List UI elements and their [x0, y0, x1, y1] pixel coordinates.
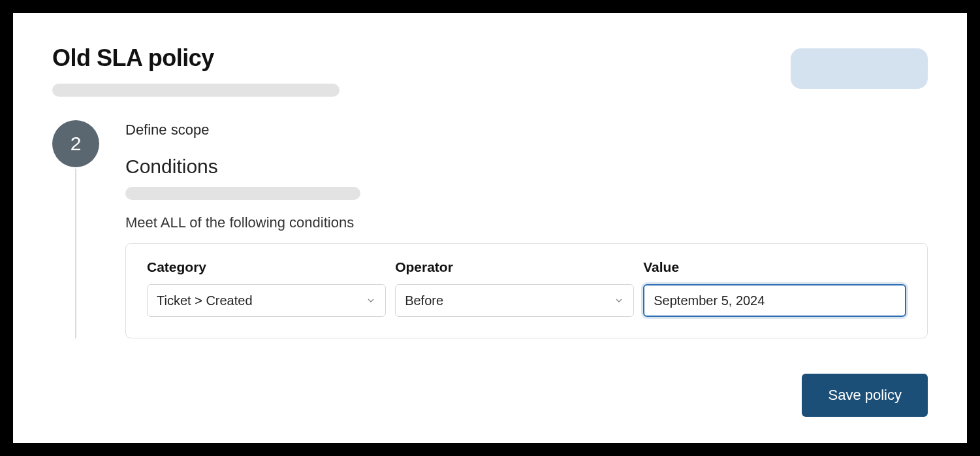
category-header: Category [147, 259, 386, 275]
step-section: 2 Define scope Conditions Meet ALL of th… [52, 120, 928, 361]
page-title: Old SLA policy [52, 44, 791, 72]
value-column: Value [643, 259, 906, 317]
page-header: Old SLA policy [52, 44, 928, 97]
operator-header: Operator [395, 259, 634, 275]
conditions-heading: Conditions [125, 155, 928, 178]
conditions-meet-label: Meet ALL of the following conditions [125, 214, 928, 231]
condition-row: Category Ticket > Created Operator Befor… [147, 259, 906, 317]
value-header: Value [643, 259, 906, 275]
conditions-card: Category Ticket > Created Operator Befor… [125, 243, 928, 338]
step-number-badge: 2 [52, 120, 99, 167]
step-indicator-column: 2 [52, 120, 99, 338]
footer-actions: Save policy [52, 374, 928, 417]
step-connector-line [75, 169, 76, 338]
operator-column: Operator Before [395, 259, 634, 317]
step-body: Define scope Conditions Meet ALL of the … [125, 120, 928, 338]
operator-select[interactable]: Before [395, 284, 634, 317]
chevron-down-icon [366, 295, 376, 306]
step-label: Define scope [125, 122, 928, 138]
chevron-down-icon [614, 295, 624, 306]
save-policy-button[interactable]: Save policy [802, 374, 928, 417]
category-value: Ticket > Created [157, 293, 253, 308]
category-select[interactable]: Ticket > Created [147, 284, 386, 317]
page-frame: Old SLA policy 2 Define scope Conditions… [9, 9, 971, 447]
header-action-placeholder[interactable] [791, 48, 928, 89]
operator-value: Before [405, 293, 443, 308]
category-column: Category Ticket > Created [147, 259, 386, 317]
subtitle-placeholder [52, 84, 340, 97]
conditions-subtitle-placeholder [125, 187, 360, 200]
value-date-input[interactable] [643, 284, 906, 317]
title-block: Old SLA policy [52, 44, 791, 97]
